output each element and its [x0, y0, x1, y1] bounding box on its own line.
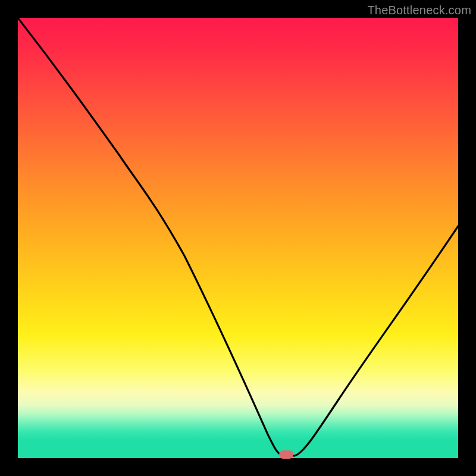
- bottleneck-curve: [18, 18, 458, 458]
- optimal-point-marker: [279, 450, 293, 459]
- chart-container: TheBottleneck.com: [0, 0, 476, 476]
- curve-path: [18, 18, 458, 456]
- plot-area: [18, 18, 458, 458]
- watermark-text: TheBottleneck.com: [367, 4, 471, 17]
